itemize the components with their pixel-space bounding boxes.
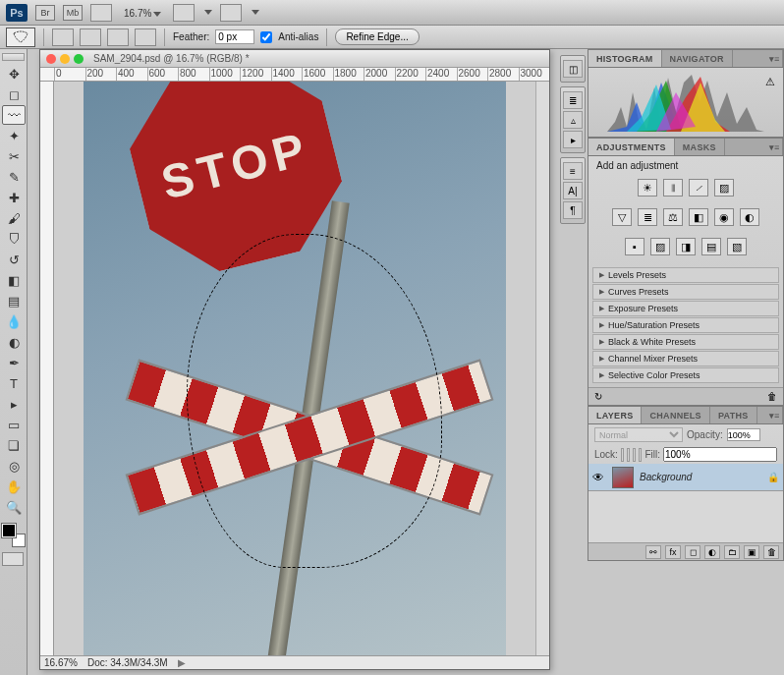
current-tool-icon[interactable] [6,28,35,47]
stamp-tool[interactable]: ⛉ [2,229,26,249]
screen-mode-button[interactable] [220,4,242,22]
hand-tool[interactable]: ✋ [2,477,26,496]
subtract-selection-button[interactable] [107,28,129,46]
tab-channels[interactable]: CHANNELS [642,407,709,423]
minimize-icon[interactable] [60,54,70,64]
foreground-color[interactable] [2,524,16,537]
hue-sat-icon[interactable]: ≣ [638,208,657,226]
bridge-button[interactable]: Br [35,5,55,21]
quick-mask-button[interactable] [2,552,24,566]
zoom-window-icon[interactable] [74,54,84,64]
adj-footer-icon[interactable]: ↻ [594,391,602,402]
quick-select-tool[interactable]: ✦ [2,126,26,145]
tab-layers[interactable]: LAYERS [588,407,642,423]
group-button[interactable]: 🗀 [724,545,740,559]
spot-heal-tool[interactable]: ✚ [2,188,26,207]
blur-tool[interactable]: 💧 [2,311,26,331]
tab-histogram[interactable]: HISTOGRAM [588,50,662,67]
lasso-selection[interactable] [187,234,442,568]
layer-thumbnail[interactable] [612,467,634,488]
eyedropper-tool[interactable]: ✎ [2,167,26,187]
link-layers-button[interactable]: ⚯ [645,545,661,559]
adj-footer-icon[interactable]: 🗑 [767,391,777,402]
move-tool[interactable]: ✥ [2,64,26,84]
intersect-selection-button[interactable] [135,28,156,46]
lock-image-button[interactable] [627,448,630,462]
dodge-tool[interactable]: ◐ [2,332,26,352]
path-select-tool[interactable]: ▸ [2,394,26,414]
pen-tool[interactable]: ✒ [2,353,26,372]
photo-filter-icon[interactable]: ◉ [714,208,734,226]
new-layer-button[interactable]: ▣ [744,545,759,559]
layer-mask-button[interactable]: ◻ [685,545,700,559]
preset-item[interactable]: Channel Mixer Presets [592,351,779,366]
tab-masks[interactable]: MASKS [675,139,725,155]
close-icon[interactable] [46,54,56,64]
preset-item[interactable]: Curves Presets [592,284,779,300]
selective-color-icon[interactable]: ▧ [727,238,747,255]
layer-list[interactable]: 👁 Background 🔒 [588,464,783,542]
zoom-level[interactable]: 16.7% [120,7,165,19]
gradient-tool[interactable]: ▤ [2,291,26,310]
blend-mode-select[interactable]: Normal [594,427,683,442]
add-selection-button[interactable] [80,28,101,46]
lock-all-button[interactable] [639,448,642,462]
tab-adjustments[interactable]: ADJUSTMENTS [588,139,675,155]
color-swatch[interactable] [2,524,26,547]
new-selection-button[interactable] [52,28,74,46]
zoom-tool[interactable]: 🔍 [2,497,26,517]
crop-tool[interactable]: ✂ [2,146,26,166]
gradient-map-icon[interactable]: ▤ [701,238,721,255]
fill-input[interactable] [663,447,777,462]
threshold-icon[interactable]: ◨ [676,238,696,255]
brush-tool[interactable]: 🖌 [2,208,26,228]
history-brush-tool[interactable]: ↺ [2,250,26,269]
preset-item[interactable]: Levels Presets [592,267,779,283]
dock-icon[interactable]: ≡ [563,162,583,180]
channel-mixer-icon[interactable]: ◐ [740,208,759,226]
histogram-display[interactable]: ⚠ [588,68,783,137]
status-zoom[interactable]: 16.67% [44,657,78,668]
invert-icon[interactable]: ▪ [625,238,644,255]
tab-navigator[interactable]: NAVIGATOR [662,50,733,67]
tab-paths[interactable]: PATHS [710,407,757,423]
panel-menu-icon[interactable]: ▾≡ [766,50,783,67]
lock-transparent-button[interactable] [621,448,624,462]
panel-menu-icon[interactable]: ▾≡ [766,139,783,155]
dock-icon[interactable]: A| [563,182,583,199]
dock-icon[interactable]: ¶ [563,201,583,219]
dock-icon[interactable]: ▸ [563,131,583,148]
preset-item[interactable]: Selective Color Presets [592,367,779,383]
brightness-icon[interactable]: ☀ [638,179,657,197]
type-tool[interactable]: T [2,373,26,393]
antialias-checkbox[interactable] [260,31,272,43]
posterize-icon[interactable]: ▨ [650,238,670,255]
delete-layer-button[interactable]: 🗑 [763,545,779,559]
photoshop-logo-icon[interactable]: Ps [6,4,28,22]
vibrance-icon[interactable]: ▽ [612,208,632,226]
3d-camera-tool[interactable]: ◎ [2,456,26,476]
vertical-ruler[interactable] [40,82,54,655]
preset-item[interactable]: Hue/Saturation Presets [592,317,779,333]
minibridge-button[interactable]: Mb [63,5,83,21]
status-docsize[interactable]: Doc: 34.3M/34.3M [87,657,168,668]
exposure-icon[interactable]: ▨ [714,179,734,197]
dock-icon[interactable]: ◫ [563,60,583,78]
horizontal-ruler[interactable]: 0200400600800100012001400160018002000220… [40,68,549,82]
eraser-tool[interactable]: ◧ [2,270,26,290]
arrange-documents-button[interactable] [173,4,195,22]
canvas[interactable]: STOP [54,82,535,655]
lock-position-button[interactable] [633,448,636,462]
preset-item[interactable]: Black & White Presets [592,334,779,350]
adjustment-layer-button[interactable]: ◐ [704,545,720,559]
curves-icon[interactable]: ⟋ [689,179,708,197]
visibility-icon[interactable]: 👁 [592,471,606,484]
document-titlebar[interactable]: SAM_2904.psd @ 16.7% (RGB/8) * [40,50,549,68]
feather-input[interactable] [215,29,254,44]
3d-tool[interactable]: ❏ [2,435,26,455]
layer-style-button[interactable]: fx [665,545,681,559]
refine-edge-button[interactable]: Refine Edge... [335,28,419,45]
dock-icon[interactable]: ▵ [563,111,583,129]
layer-name[interactable]: Background [640,472,761,482]
shape-tool[interactable]: ▭ [2,415,26,434]
